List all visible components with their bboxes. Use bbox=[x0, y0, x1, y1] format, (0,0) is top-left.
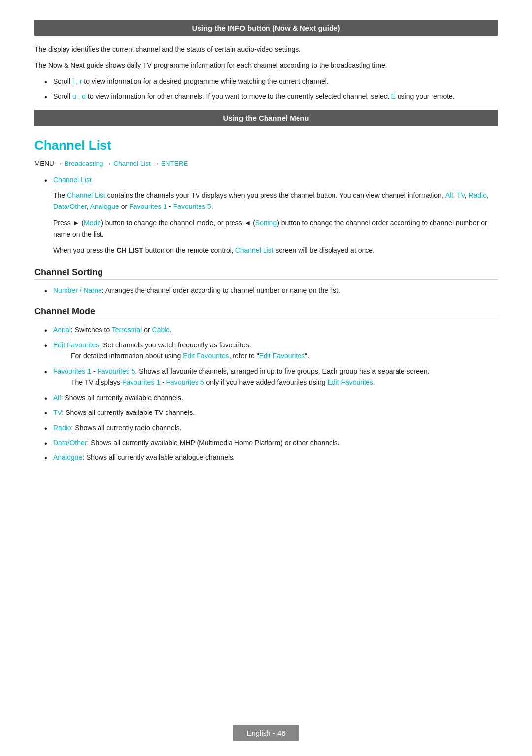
bullet-1-text: Scroll l , r to view information for a d… bbox=[53, 77, 329, 85]
entere-link[interactable]: ENTERE bbox=[161, 160, 188, 167]
channel-list-bullet-link[interactable]: Channel List bbox=[53, 176, 92, 184]
section-channel-menu: Using the Channel Menu bbox=[34, 110, 498, 126]
cl-link1[interactable]: Channel List bbox=[67, 191, 105, 199]
channel-list-para3: When you press the CH LIST button on the… bbox=[53, 245, 498, 256]
edit-fav-link4[interactable]: Edit Favourites bbox=[327, 378, 373, 386]
menu-label: MENU bbox=[34, 160, 54, 167]
fav5-link[interactable]: Favourites 5 bbox=[98, 367, 135, 375]
sorting-text: : Arranges the channel order according t… bbox=[102, 286, 340, 294]
edit-fav-indented: For detailed information about using Edi… bbox=[71, 350, 498, 362]
channel-mode-section: Channel Mode Aerial: Switches to Terrest… bbox=[34, 307, 498, 463]
aerial-link[interactable]: Aerial bbox=[53, 326, 71, 334]
cl-tv[interactable]: TV bbox=[457, 191, 465, 199]
channel-mode-title: Channel Mode bbox=[34, 307, 498, 319]
mode-bullet-data: Data/Other: Shows all currently availabl… bbox=[44, 437, 498, 448]
cl-radio[interactable]: Radio bbox=[468, 191, 487, 199]
edit-fav-link2[interactable]: Edit Favourites bbox=[183, 352, 229, 360]
sorting-bullet-1: Number / Name: Arranges the channel orde… bbox=[44, 285, 498, 296]
ch-list-link[interactable]: Channel List bbox=[235, 246, 274, 254]
tv-link[interactable]: TV bbox=[53, 409, 62, 416]
cl-fav1[interactable]: Favourites 1 bbox=[129, 203, 167, 210]
info-bullet-2: Scroll u , d to view information for oth… bbox=[44, 91, 498, 102]
mode-bullet-all: All: Shows all currently available chann… bbox=[44, 392, 498, 403]
section-info-button: Using the INFO button (Now & Next guide)… bbox=[34, 20, 498, 102]
channel-list-bullet: Channel List The Channel List contains t… bbox=[44, 174, 498, 256]
bullet-2-text: Scroll u , d to view information for oth… bbox=[53, 92, 455, 100]
channel-list-link-path[interactable]: Channel List bbox=[114, 160, 151, 167]
data-other-link[interactable]: Data/Other bbox=[53, 439, 87, 447]
channel-list-para2: Press ► (Mode) button to change the chan… bbox=[53, 217, 498, 240]
cable-link[interactable]: Cable bbox=[152, 326, 170, 334]
cl-analogue[interactable]: Analogue bbox=[90, 203, 119, 210]
intro-para-1: The display identifies the current chann… bbox=[34, 44, 498, 55]
cl-data[interactable]: Data/Other bbox=[53, 203, 87, 210]
arrow2: → bbox=[103, 160, 114, 167]
mode-bullet-analogue: Analogue: Shows all currently available … bbox=[44, 452, 498, 463]
channel-sorting-section: Channel Sorting Number / Name: Arranges … bbox=[34, 267, 498, 296]
cl-all[interactable]: All bbox=[445, 191, 453, 199]
intro-para-2: The Now & Next guide shows daily TV prog… bbox=[34, 60, 498, 70]
channel-sorting-title: Channel Sorting bbox=[34, 267, 498, 280]
sorting-link[interactable]: Sorting bbox=[255, 219, 277, 227]
ch-list-bold: CH LIST bbox=[116, 246, 143, 254]
section-header-channel-menu: Using the Channel Menu bbox=[34, 110, 498, 126]
all-link[interactable]: All bbox=[53, 394, 61, 402]
mode-link[interactable]: Mode bbox=[84, 219, 101, 227]
page-footer: English - 46 bbox=[233, 725, 299, 741]
arrow3: → bbox=[151, 160, 161, 167]
mode-bullet-aerial: Aerial: Switches to Terrestrial or Cable… bbox=[44, 324, 498, 335]
edit-fav-link3[interactable]: Edit Favourites bbox=[259, 352, 305, 360]
info-bullet-1: Scroll l , r to view information for a d… bbox=[44, 76, 498, 87]
channel-list-bullets: Channel List The Channel List contains t… bbox=[44, 174, 498, 256]
info-bullets: Scroll l , r to view information for a d… bbox=[44, 76, 498, 102]
channel-sorting-bullets: Number / Name: Arranges the channel orde… bbox=[44, 285, 498, 296]
analogue-link[interactable]: Analogue bbox=[53, 453, 82, 461]
mode-bullet-edit-fav: Edit Favourites: Set channels you watch … bbox=[44, 340, 498, 362]
mode-bullet-tv: TV: Shows all currently available TV cha… bbox=[44, 407, 498, 418]
menu-path: MENU → Broadcasting → Channel List → ENT… bbox=[34, 158, 498, 169]
terrestrial-link[interactable]: Terrestrial bbox=[112, 326, 142, 334]
fav1-link2[interactable]: Favourites 1 bbox=[122, 378, 160, 386]
key-ud: u , d bbox=[72, 92, 86, 100]
channel-list-title: Channel List bbox=[34, 138, 498, 153]
edit-fav-link[interactable]: Edit Favourites bbox=[53, 341, 99, 349]
mode-bullet-radio: Radio: Shows all currently radio channel… bbox=[44, 422, 498, 433]
channel-mode-bullets: Aerial: Switches to Terrestrial or Cable… bbox=[44, 324, 498, 463]
section-header-info: Using the INFO button (Now & Next guide) bbox=[34, 20, 498, 36]
key-lr: l , r bbox=[72, 77, 82, 85]
channel-list-para1: The Channel List contains the channels y… bbox=[53, 190, 498, 212]
broadcasting-link[interactable]: Broadcasting bbox=[65, 160, 103, 167]
cl-fav5[interactable]: Favourites 5 bbox=[173, 203, 211, 210]
mode-bullet-favourites: Favourites 1 - Favourites 5: Shows all f… bbox=[44, 366, 498, 388]
fav5-link2[interactable]: Favourites 5 bbox=[166, 378, 204, 386]
key-e: E bbox=[391, 92, 396, 100]
fav-indented: The TV displays Favourites 1 - Favourite… bbox=[71, 377, 498, 388]
fav1-link[interactable]: Favourites 1 bbox=[53, 367, 91, 375]
arrow1: → bbox=[54, 160, 65, 167]
channel-list-section: Channel List MENU → Broadcasting → Chann… bbox=[34, 138, 498, 256]
number-name-link[interactable]: Number / Name bbox=[53, 286, 102, 294]
radio-link[interactable]: Radio bbox=[53, 424, 71, 432]
